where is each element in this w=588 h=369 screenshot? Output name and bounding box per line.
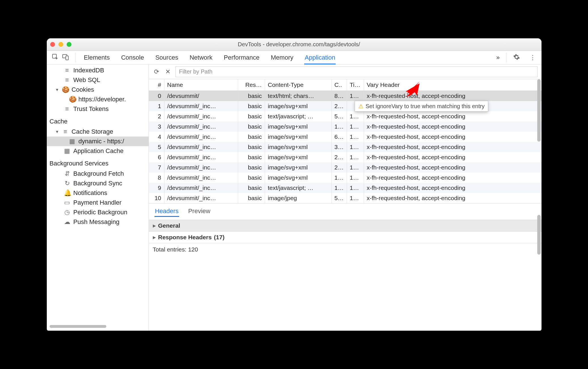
- column-header[interactable]: Ti…: [347, 79, 364, 91]
- cell: 5…: [332, 111, 347, 121]
- svg-rect-2: [66, 56, 68, 60]
- cell: 6: [149, 152, 164, 162]
- sidebar-item[interactable]: ◷Periodic Backgroun: [47, 207, 149, 217]
- sidebar-item-label: Web SQL: [73, 76, 100, 84]
- cell: 1…: [347, 91, 364, 101]
- sidebar-item-label: Periodic Backgroun: [73, 209, 128, 216]
- sidebar-item[interactable]: ↻Background Sync: [47, 179, 149, 188]
- tab-sources[interactable]: Sources: [155, 52, 179, 64]
- cell: x-fh-requested-host, accept-encoding: [364, 193, 542, 203]
- db-icon: ≡: [64, 105, 71, 113]
- cell: x-fh-requested-host, accept-encoding: [364, 132, 542, 142]
- filter-input[interactable]: [175, 66, 538, 77]
- table-row[interactable]: 7/devsummit/_inc…basicimage/svg+xml2…1…x…: [149, 162, 542, 173]
- cell: x-fh-requested-host, accept-encoding: [364, 173, 542, 183]
- cell: 7: [149, 162, 164, 173]
- sidebar-item[interactable]: ▦dynamic - https:/: [47, 137, 149, 146]
- cache-toolbar: ⟳ ✕: [149, 64, 542, 79]
- cell: basic: [238, 183, 265, 193]
- sidebar-item[interactable]: ≡Web SQL: [47, 75, 149, 85]
- section-response-label: Response Headers: [158, 234, 212, 241]
- cell: 1…: [347, 183, 364, 193]
- table-row[interactable]: 5/devsummit/_inc…basicimage/svg+xml3…1…x…: [149, 142, 542, 152]
- warning-icon: ⚠: [358, 103, 363, 110]
- cell: 6…: [332, 132, 347, 142]
- sidebar-item-label: Application Cache: [73, 147, 124, 155]
- cell: image/svg+xml: [265, 152, 332, 162]
- column-header[interactable]: Name: [164, 79, 238, 91]
- cell: 1…: [347, 162, 364, 173]
- table-row[interactable]: 2/devsummit/_inc…basictext/javascript; ……: [149, 111, 542, 121]
- annotation-arrow: [404, 81, 421, 98]
- detail-tab-headers[interactable]: Headers: [155, 206, 179, 217]
- device-toggle-icon[interactable]: [62, 54, 69, 61]
- cell: x-fh-requested-host, accept-encoding: [364, 162, 542, 173]
- tab-application[interactable]: Application: [304, 52, 336, 64]
- sync-icon: ↻: [64, 180, 71, 187]
- cell: image/svg+xml: [265, 132, 332, 142]
- card-icon: ▭: [64, 199, 71, 206]
- table-row[interactable]: 9/devsummit/_inc…basictext/javascript; ……: [149, 183, 542, 193]
- table-row[interactable]: 4/devsummit/_inc…basicimage/svg+xml6…1…x…: [149, 132, 542, 142]
- panel-tabbar: ElementsConsoleSourcesNetworkPerformance…: [47, 51, 542, 64]
- sidebar-item-label: https://developer.: [79, 96, 126, 103]
- db-icon: ≡: [62, 128, 69, 135]
- column-header[interactable]: Content-Type: [265, 79, 332, 91]
- sidebar-item-label: Push Messaging: [73, 218, 120, 226]
- inspect-element-icon[interactable]: [52, 54, 59, 61]
- titlebar: DevTools - developer.chrome.com/tags/dev…: [47, 38, 542, 51]
- cell: 1…: [347, 132, 364, 142]
- table-row[interactable]: 3/devsummit/_inc…basicimage/svg+xml1…1…x…: [149, 121, 542, 132]
- settings-icon[interactable]: [510, 54, 523, 61]
- cell: 1…: [347, 173, 364, 183]
- sidebar-item[interactable]: 🔔Notifications: [47, 188, 149, 198]
- scrollbar-vertical[interactable]: [537, 215, 541, 255]
- table-row[interactable]: 0/devsummit/basictext/html; chars…8…1…x-…: [149, 91, 542, 101]
- sidebar-item[interactable]: ⇵Background Fetch: [47, 169, 149, 179]
- sidebar-item[interactable]: ▼≡Cache Storage: [47, 127, 149, 137]
- scrollbar-horizontal[interactable]: [50, 325, 106, 328]
- sidebar-item-label: Trust Tokens: [73, 105, 109, 113]
- sidebar-item[interactable]: ☁Push Messaging: [47, 217, 149, 227]
- cell: x-fh-requested-host, accept-encoding: [364, 121, 542, 132]
- cookie-icon: 🍪: [69, 96, 76, 103]
- clear-icon[interactable]: ✕: [164, 67, 172, 77]
- cell: 1…: [332, 173, 347, 183]
- cell: 5: [149, 142, 164, 152]
- tab-memory[interactable]: Memory: [270, 52, 294, 64]
- more-menu-icon[interactable]: ⋮: [526, 54, 539, 61]
- sidebar-item[interactable]: 🍪https://developer.: [47, 95, 149, 104]
- table-row[interactable]: 10/devsummit/_inc…basicimage/jpeg5…1…x-f…: [149, 193, 542, 203]
- sidebar-item[interactable]: ▦Application Cache: [47, 146, 149, 156]
- cell: 9: [149, 183, 164, 193]
- detail-tab-preview[interactable]: Preview: [188, 206, 211, 217]
- sidebar-item-label: Background Sync: [73, 180, 122, 187]
- table-row[interactable]: 8/devsummit/_inc…basicimage/svg+xml1…1…x…: [149, 173, 542, 183]
- section-general[interactable]: ▶ General: [149, 220, 542, 232]
- section-response-headers[interactable]: ▶ Response Headers (17): [149, 232, 542, 243]
- sidebar-item[interactable]: ▼🍪Cookies: [47, 85, 149, 95]
- cell: 0: [149, 91, 164, 101]
- sidebar-item[interactable]: ≡Trust Tokens: [47, 104, 149, 114]
- close-window[interactable]: [50, 42, 55, 47]
- cell: basic: [238, 121, 265, 132]
- inspect-tools: [49, 54, 72, 61]
- column-header[interactable]: #: [149, 79, 164, 91]
- sidebar-item-label: Payment Handler: [73, 199, 122, 206]
- window-title: DevTools - developer.chrome.com/tags/dev…: [60, 41, 538, 48]
- sidebar-item[interactable]: ▭Payment Handler: [47, 198, 149, 207]
- cell: basic: [238, 91, 265, 101]
- tooltip-text: Set ignoreVary to true when matching thi…: [366, 103, 485, 110]
- tab-elements[interactable]: Elements: [83, 52, 111, 64]
- tab-network[interactable]: Network: [189, 52, 213, 64]
- refresh-icon[interactable]: ⟳: [153, 67, 160, 77]
- tab-console[interactable]: Console: [120, 52, 145, 64]
- tabs-overflow[interactable]: »: [493, 54, 502, 61]
- cell: /devsummit/_inc…: [164, 162, 238, 173]
- sidebar-item[interactable]: ≡IndexedDB: [47, 66, 149, 75]
- table-row[interactable]: 6/devsummit/_inc…basicimage/svg+xml2…1…x…: [149, 152, 542, 162]
- column-header[interactable]: Res…: [238, 79, 265, 91]
- tab-performance[interactable]: Performance: [223, 52, 260, 64]
- column-header[interactable]: Vary Header: [364, 79, 542, 91]
- column-header[interactable]: C..: [332, 79, 347, 91]
